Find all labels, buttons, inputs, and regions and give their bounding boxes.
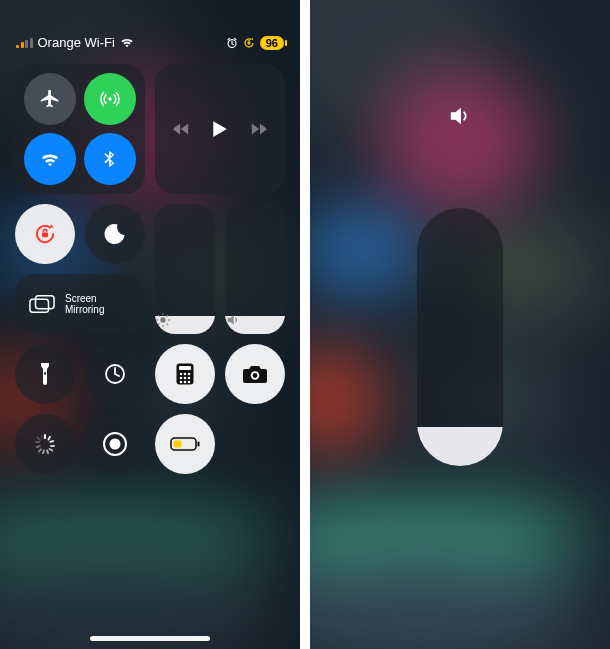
- do-not-disturb-toggle[interactable]: [85, 204, 145, 264]
- alarm-icon: [226, 37, 238, 49]
- battery-percent: 96: [266, 37, 278, 49]
- svg-rect-7: [44, 372, 46, 375]
- low-power-mode-toggle[interactable]: [155, 414, 215, 474]
- airplane-mode-toggle[interactable]: [24, 73, 76, 125]
- control-center-grid: Screen Mirroring: [16, 64, 284, 474]
- svg-point-15: [184, 377, 187, 380]
- brightness-slider[interactable]: [155, 204, 215, 334]
- brightness-icon: [155, 312, 215, 328]
- rewind-button[interactable]: [172, 122, 190, 136]
- svg-point-2: [108, 97, 111, 100]
- connectivity-panel[interactable]: [15, 64, 145, 194]
- timer-button[interactable]: [85, 344, 145, 404]
- status-bar: Orange Wi-Fi 96: [16, 0, 284, 56]
- play-button[interactable]: [212, 120, 228, 138]
- volume-hud-screen: [310, 0, 610, 649]
- control-center-screen: Orange Wi-Fi 96: [0, 0, 300, 649]
- wifi-status-icon: [120, 37, 134, 48]
- svg-rect-1: [247, 42, 250, 44]
- calculator-button[interactable]: [155, 344, 215, 404]
- forward-button[interactable]: [250, 122, 268, 136]
- svg-point-18: [184, 381, 187, 384]
- svg-point-16: [188, 377, 191, 380]
- svg-point-23: [110, 439, 121, 450]
- media-panel[interactable]: [155, 64, 285, 194]
- flashlight-button[interactable]: [15, 344, 75, 404]
- svg-point-11: [180, 373, 183, 376]
- screen-record-button[interactable]: [85, 414, 145, 474]
- screen-mirroring-label: Screen Mirroring: [65, 293, 121, 315]
- camera-button[interactable]: [225, 344, 285, 404]
- svg-rect-6: [36, 296, 55, 309]
- svg-rect-3: [42, 232, 48, 237]
- carrier-label: Orange Wi-Fi: [38, 35, 115, 50]
- orientation-lock-toggle[interactable]: [15, 204, 75, 264]
- wifi-toggle[interactable]: [24, 133, 76, 185]
- svg-rect-26: [174, 441, 182, 448]
- home-indicator[interactable]: [90, 636, 210, 641]
- svg-point-14: [180, 377, 183, 380]
- svg-point-12: [184, 373, 187, 376]
- signal-bars-icon: [16, 38, 33, 48]
- svg-rect-10: [179, 366, 191, 370]
- svg-point-19: [188, 381, 191, 384]
- battery-indicator: 96: [260, 36, 284, 50]
- low-power-icon: [170, 437, 200, 451]
- svg-rect-25: [198, 442, 200, 447]
- volume-hud-slider[interactable]: [417, 208, 503, 466]
- cellular-data-toggle[interactable]: [84, 73, 136, 125]
- svg-point-21: [253, 373, 258, 378]
- volume-hud-icon: [449, 106, 471, 126]
- bluetooth-toggle[interactable]: [84, 133, 136, 185]
- svg-rect-5: [30, 299, 49, 312]
- svg-point-4: [160, 317, 165, 322]
- volume-slider[interactable]: [225, 204, 285, 334]
- screen-mirroring-button[interactable]: Screen Mirroring: [15, 274, 145, 334]
- orientation-lock-status-icon: [243, 37, 255, 49]
- screen-mirroring-icon: [29, 294, 55, 314]
- volume-icon: [225, 312, 285, 328]
- svg-point-17: [180, 381, 183, 384]
- loading-button[interactable]: [15, 414, 75, 474]
- svg-point-13: [188, 373, 191, 376]
